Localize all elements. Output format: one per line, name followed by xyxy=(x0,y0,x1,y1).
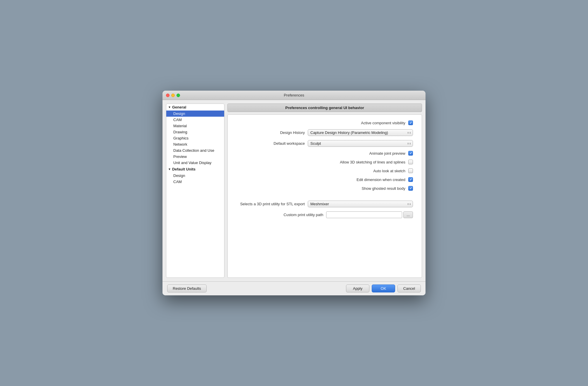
3d-print-utility-control: Meshmixer Print Studio None xyxy=(308,201,413,207)
allow-3d-sketching-label: Allow 3D sketching of lines and splines xyxy=(340,160,405,164)
sidebar-item-network[interactable]: Network xyxy=(166,141,224,147)
active-component-visibility-label: Active component visibility xyxy=(361,121,405,125)
restore-defaults-button[interactable]: Restore Defaults xyxy=(167,285,207,292)
dialog-footer: Restore Defaults Apply OK Cancel xyxy=(162,281,426,295)
cancel-button[interactable]: Cancel xyxy=(397,285,421,292)
sidebar-group-default-units[interactable]: ▼ Default Units xyxy=(166,166,224,173)
sidebar-item-cam[interactable]: CAM xyxy=(166,117,224,123)
sidebar-item-preview[interactable]: Preview xyxy=(166,154,224,160)
show-ghosted-result-body-label: Show ghosted result body xyxy=(362,186,405,191)
sidebar-item-graphics[interactable]: Graphics xyxy=(166,135,224,141)
sidebar-item-drawing[interactable]: Drawing xyxy=(166,129,224,135)
edit-dimension-when-created-checkbox[interactable] xyxy=(408,177,413,182)
default-units-arrow-icon: ▼ xyxy=(168,168,171,171)
row-allow-3d-sketching: Allow 3D sketching of lines and splines xyxy=(236,160,413,164)
sidebar-item-default-units-design[interactable]: Design xyxy=(166,173,224,179)
traffic-lights xyxy=(166,94,180,97)
row-auto-look-at-sketch: Auto look at sketch xyxy=(236,168,413,173)
section-header: Preferences controlling general UI behav… xyxy=(227,104,422,112)
animate-joint-preview-control xyxy=(408,151,413,156)
row-active-component-visibility: Active component visibility xyxy=(236,120,413,125)
custom-print-utility-path-control: ... xyxy=(326,211,413,218)
dialog-body: ▼ General Design CAM Material Drawing Gr… xyxy=(162,100,426,281)
browse-button[interactable]: ... xyxy=(403,211,413,218)
title-bar: Preferences xyxy=(162,91,426,100)
show-ghosted-result-body-control xyxy=(408,186,413,191)
design-history-select[interactable]: Capture Design History (Parametric Model… xyxy=(308,129,413,136)
show-ghosted-result-body-checkbox[interactable] xyxy=(408,186,413,191)
design-history-label: Design History xyxy=(280,130,305,135)
allow-3d-sketching-control xyxy=(408,160,413,164)
sidebar-group-general-label: General xyxy=(172,105,186,109)
preferences-dialog: Preferences ▼ General Design CAM Materia… xyxy=(162,91,426,295)
row-edit-dimension-when-created: Edit dimension when created xyxy=(236,177,413,182)
row-custom-print-utility-path: Custom print utility path ... xyxy=(236,211,413,218)
row-show-ghosted-result-body: Show ghosted result body xyxy=(236,186,413,191)
3d-print-utility-label: Selects a 3D print utility for STL expor… xyxy=(240,202,305,206)
design-history-control: Capture Design History (Parametric Model… xyxy=(308,129,413,136)
content-panel: Active component visibility Design Histo… xyxy=(227,114,422,278)
custom-print-utility-path-label: Custom print utility path xyxy=(283,213,323,217)
default-workspace-label: Default workspace xyxy=(274,141,305,146)
row-default-workspace: Default workspace Sculpt Model Patch She… xyxy=(236,140,413,147)
sidebar: ▼ General Design CAM Material Drawing Gr… xyxy=(166,104,224,278)
footer-right: Apply OK Cancel xyxy=(346,285,421,292)
allow-3d-sketching-checkbox[interactable] xyxy=(408,160,413,164)
default-workspace-control: Sculpt Model Patch Sheet Metal Render xyxy=(308,140,413,147)
edit-dimension-when-created-label: Edit dimension when created xyxy=(357,178,405,182)
sidebar-item-unit-value-display[interactable]: Unit and Value Display xyxy=(166,160,224,166)
general-arrow-icon: ▼ xyxy=(168,106,171,109)
animate-joint-preview-checkbox[interactable] xyxy=(408,151,413,156)
ok-button[interactable]: OK xyxy=(372,285,395,292)
3d-print-utility-select[interactable]: Meshmixer Print Studio None xyxy=(308,201,413,207)
sidebar-item-material[interactable]: Material xyxy=(166,123,224,129)
row-design-history: Design History Capture Design History (P… xyxy=(236,129,413,136)
minimize-button[interactable] xyxy=(171,94,175,97)
sidebar-group-general[interactable]: ▼ General xyxy=(166,104,224,111)
maximize-button[interactable] xyxy=(177,94,180,97)
sidebar-item-default-units-cam[interactable]: CAM xyxy=(166,179,224,185)
footer-left: Restore Defaults xyxy=(167,285,207,292)
custom-print-utility-path-input[interactable] xyxy=(326,211,402,218)
active-component-visibility-checkbox[interactable] xyxy=(408,120,413,125)
sidebar-group-default-units-label: Default Units xyxy=(172,167,196,171)
auto-look-at-sketch-control xyxy=(408,168,413,173)
row-3d-print-utility: Selects a 3D print utility for STL expor… xyxy=(236,201,413,207)
sidebar-item-design[interactable]: Design xyxy=(166,111,224,117)
row-animate-joint-preview: Animate joint preview xyxy=(236,151,413,156)
animate-joint-preview-label: Animate joint preview xyxy=(369,151,405,156)
auto-look-at-sketch-checkbox[interactable] xyxy=(408,168,413,173)
apply-button[interactable]: Apply xyxy=(346,285,369,292)
dialog-title: Preferences xyxy=(284,93,304,97)
default-workspace-select[interactable]: Sculpt Model Patch Sheet Metal Render xyxy=(308,140,413,147)
close-button[interactable] xyxy=(166,94,170,97)
sidebar-item-data-collection[interactable]: Data Collection and Use xyxy=(166,147,224,154)
edit-dimension-when-created-control xyxy=(408,177,413,182)
auto-look-at-sketch-label: Auto look at sketch xyxy=(373,169,405,173)
main-content: Preferences controlling general UI behav… xyxy=(227,104,422,278)
active-component-visibility-control xyxy=(408,120,413,125)
